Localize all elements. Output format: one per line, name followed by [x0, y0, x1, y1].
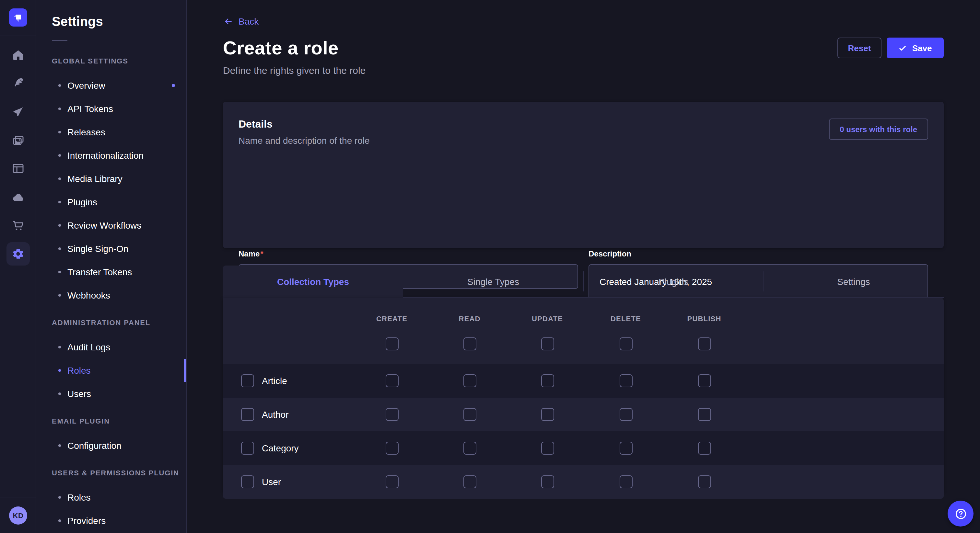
- tab-separator: [583, 271, 584, 292]
- permission-checkbox-author-create[interactable]: [385, 408, 398, 421]
- sidebar-item-configuration[interactable]: Configuration: [36, 434, 187, 457]
- sidebar-item-label: Roles: [67, 365, 91, 376]
- sidebar-item-label: Audit Logs: [67, 342, 110, 352]
- permission-checkbox-user-delete[interactable]: [619, 475, 632, 488]
- save-button[interactable]: Save: [887, 38, 944, 58]
- sidebar-item-roles[interactable]: Roles: [36, 486, 187, 509]
- permission-checkbox-user-read[interactable]: [463, 475, 476, 488]
- sidebar-item-label: Webhooks: [67, 290, 110, 300]
- select-all-checkbox-update[interactable]: [541, 338, 554, 351]
- permission-checkbox-category-read[interactable]: [463, 442, 476, 455]
- bullet-icon: [58, 346, 61, 348]
- help-button[interactable]: [948, 501, 974, 527]
- rail-item-send[interactable]: [0, 100, 36, 124]
- column-header-create: CREATE: [376, 315, 407, 322]
- sidebar-item-media-library[interactable]: Media Library: [36, 167, 187, 190]
- page-subtitle: Define the rights given to the role: [223, 65, 366, 76]
- permission-checkbox-category-publish[interactable]: [698, 442, 711, 455]
- sidebar-item-label: Media Library: [67, 174, 123, 184]
- select-all-checkbox-publish[interactable]: [698, 338, 711, 351]
- permission-checkbox-article-delete[interactable]: [619, 374, 632, 387]
- rail-item-cart[interactable]: [0, 214, 36, 237]
- sidebar-item-roles[interactable]: Roles: [36, 359, 187, 382]
- sidebar-item-api-tokens[interactable]: API Tokens: [36, 97, 187, 121]
- details-card: Details Name and description of the role…: [223, 102, 944, 248]
- send-icon: [11, 106, 24, 119]
- rail-item-layout[interactable]: [0, 157, 36, 180]
- subnav-title-divider: [52, 40, 67, 41]
- permission-checkbox-author-delete[interactable]: [619, 408, 632, 421]
- tab-plugins[interactable]: Plugins: [583, 265, 764, 298]
- bullet-icon: [58, 247, 61, 250]
- row-label: Author: [262, 409, 289, 420]
- main-nav-rail: KD: [0, 0, 36, 533]
- rail-item-feather[interactable]: [0, 71, 36, 95]
- header-actions: Reset Save: [837, 38, 944, 58]
- sidebar-item-label: Roles: [67, 492, 91, 503]
- tab-label: Plugins: [659, 276, 688, 287]
- column-header-read: READ: [458, 315, 480, 322]
- row-checkbox-author[interactable]: [241, 408, 254, 421]
- column-header-publish: PUBLISH: [687, 315, 721, 322]
- tab-settings[interactable]: Settings: [764, 265, 944, 298]
- row-checkbox-user[interactable]: [241, 475, 254, 488]
- required-asterisk: *: [260, 249, 263, 259]
- back-link[interactable]: Back: [223, 16, 259, 27]
- sidebar-item-review-workflows[interactable]: Review Workflows: [36, 214, 187, 237]
- save-button-label: Save: [912, 43, 932, 53]
- permission-checkbox-user-publish[interactable]: [698, 475, 711, 488]
- bullet-icon: [58, 178, 61, 180]
- reset-button[interactable]: Reset: [837, 38, 881, 58]
- bullet-icon: [58, 84, 61, 87]
- row-checkbox-article[interactable]: [241, 374, 254, 387]
- bullet-icon: [58, 131, 61, 133]
- question-mark-icon: [954, 507, 967, 520]
- select-all-checkbox-create[interactable]: [385, 338, 398, 351]
- main-content: Back Create a role Define the rights giv…: [187, 0, 980, 533]
- sidebar-item-internationalization[interactable]: Internationalization: [36, 144, 187, 167]
- sidebar-item-providers[interactable]: Providers: [36, 509, 187, 532]
- tab-collection-types[interactable]: Collection Types: [223, 265, 403, 298]
- permission-checkbox-author-publish[interactable]: [698, 408, 711, 421]
- rail-item-cloud[interactable]: [0, 186, 36, 209]
- user-avatar[interactable]: KD: [9, 506, 27, 525]
- permission-checkbox-article-publish[interactable]: [698, 374, 711, 387]
- back-label: Back: [239, 16, 259, 27]
- sidebar-item-audit-logs[interactable]: Audit Logs: [36, 335, 187, 359]
- select-all-checkbox-read[interactable]: [463, 338, 476, 351]
- permission-checkbox-article-create[interactable]: [385, 374, 398, 387]
- sidebar-item-single-sign-on[interactable]: Single Sign-On: [36, 237, 187, 260]
- column-header-update: UPDATE: [532, 315, 563, 322]
- rail-item-media[interactable]: [0, 129, 36, 152]
- permission-checkbox-author-update[interactable]: [541, 408, 554, 421]
- permission-checkbox-category-delete[interactable]: [619, 442, 632, 455]
- rail-item-home[interactable]: [0, 43, 36, 67]
- select-all-checkbox-delete[interactable]: [619, 338, 632, 351]
- permission-checkbox-user-create[interactable]: [385, 475, 398, 488]
- users-with-role-button[interactable]: 0 users with this role: [829, 119, 928, 140]
- sidebar-item-transfer-tokens[interactable]: Transfer Tokens: [36, 260, 187, 284]
- permission-checkbox-article-update[interactable]: [541, 374, 554, 387]
- permission-checkbox-category-create[interactable]: [385, 442, 398, 455]
- tab-separator: [764, 271, 764, 292]
- permission-checkbox-author-read[interactable]: [463, 408, 476, 421]
- permission-checkbox-user-update[interactable]: [541, 475, 554, 488]
- sidebar-item-releases[interactable]: Releases: [36, 121, 187, 144]
- tab-single-types[interactable]: Single Types: [403, 265, 583, 298]
- sidebar-item-plugins[interactable]: Plugins: [36, 190, 187, 214]
- permission-checkbox-article-read[interactable]: [463, 374, 476, 387]
- sidebar-item-label: Transfer Tokens: [67, 267, 132, 277]
- permission-checkbox-category-update[interactable]: [541, 442, 554, 455]
- bullet-icon: [58, 224, 61, 227]
- subnav-title: Settings: [52, 14, 103, 29]
- home-icon: [11, 49, 24, 62]
- sidebar-item-label: Configuration: [67, 440, 121, 451]
- row-checkbox-category[interactable]: [241, 442, 254, 455]
- sidebar-item-webhooks[interactable]: Webhooks: [36, 284, 187, 307]
- rail-item-gear[interactable]: [6, 242, 30, 265]
- column-header-delete: DELETE: [611, 315, 641, 322]
- strapi-logo-icon[interactable]: [9, 8, 27, 27]
- sidebar-item-overview[interactable]: Overview: [36, 74, 187, 97]
- sidebar-item-users[interactable]: Users: [36, 382, 187, 405]
- bullet-icon: [58, 294, 61, 297]
